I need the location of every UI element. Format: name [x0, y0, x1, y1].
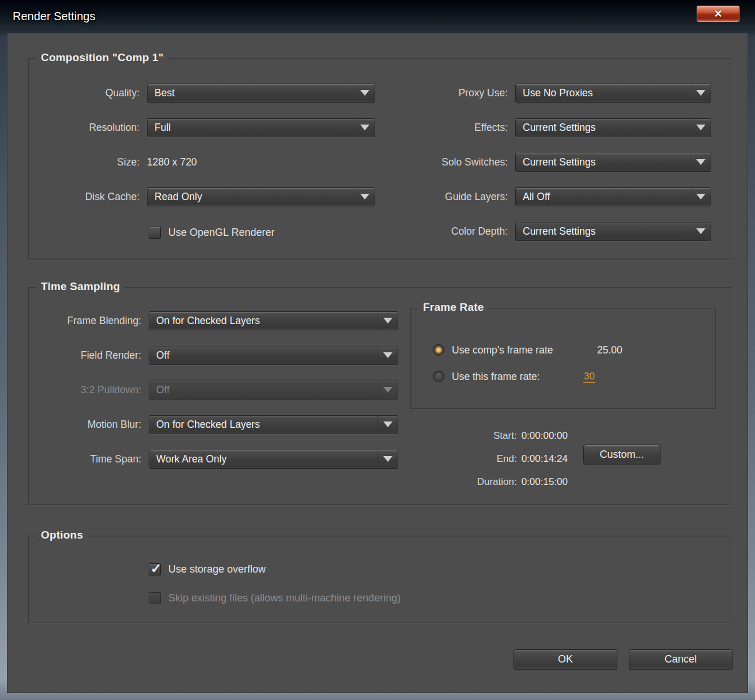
render-settings-window: Render Settings ✕ Composition "Comp 1" Q… [0, 0, 755, 700]
this-frame-rate-row: Use this frame rate: 30 [433, 367, 595, 386]
chevron-down-icon [377, 450, 398, 468]
start-row: Start: 0:00:00:00 [493, 426, 568, 446]
start-value: 0:00:00:00 [522, 430, 568, 442]
resolution-dropdown[interactable]: Full [147, 118, 375, 137]
ok-button-label: OK [558, 653, 573, 665]
disk-cache-label: Disk Cache: [29, 191, 147, 203]
chevron-down-icon [377, 381, 398, 399]
duration-label: Duration: [477, 476, 522, 488]
comp-frame-rate-value: 25.00 [597, 344, 622, 356]
dialog-body: Composition "Comp 1" Quality: Best Resol… [7, 33, 748, 693]
duration-value: 0:00:15:00 [522, 476, 568, 488]
frame-rate-group-title: Frame Rate [418, 301, 489, 314]
motion-blur-value: On for Checked Layers [149, 419, 377, 431]
frame-blending-dropdown[interactable]: On for Checked Layers [149, 311, 398, 330]
chevron-down-icon [690, 119, 711, 137]
effects-label: Effects: [377, 122, 515, 134]
end-value: 0:00:14:24 [522, 453, 568, 465]
start-label: Start: [493, 430, 522, 442]
guide-layers-row: Guide Layers: All Off [377, 187, 711, 206]
resolution-label: Resolution: [29, 122, 147, 134]
solo-switches-value: Current Settings [516, 156, 690, 168]
chevron-down-icon [354, 84, 375, 102]
color-depth-dropdown[interactable]: Current Settings [515, 222, 711, 241]
size-label: Size: [29, 156, 147, 168]
field-render-dropdown[interactable]: Off [149, 346, 398, 365]
field-render-label: Field Render: [29, 349, 149, 362]
motion-blur-label: Motion Blur: [29, 419, 149, 431]
field-render-row: Field Render: Off [29, 345, 398, 365]
this-frame-rate-value[interactable]: 30 [583, 371, 595, 383]
resolution-row: Resolution: Full [29, 118, 375, 137]
time-sampling-group-title: Time Sampling [36, 280, 125, 293]
use-comp-frame-rate-radio[interactable] [433, 344, 444, 356]
quality-dropdown[interactable]: Best [147, 84, 375, 103]
field-render-value: Off [149, 349, 377, 362]
solo-switches-row: Solo Switches: Current Settings [377, 152, 711, 172]
guide-layers-value: All Off [516, 191, 690, 203]
quality-row: Quality: Best [29, 83, 375, 103]
options-group-title: Options [36, 529, 88, 541]
disk-cache-row: Disk Cache: Read Only [29, 187, 375, 206]
disk-cache-dropdown[interactable]: Read Only [147, 187, 375, 206]
size-value: 1280 x 720 [147, 156, 197, 168]
chevron-down-icon [690, 153, 711, 171]
comp-frame-rate-row: Use comp's frame rate 25.00 [433, 340, 622, 360]
pulldown-row: 3:2 Pulldown: Off [29, 380, 398, 400]
storage-overflow-row: Use storage overflow [149, 559, 266, 579]
close-icon: ✕ [714, 7, 722, 20]
color-depth-value: Current Settings [516, 225, 690, 238]
time-span-row: Time Span: Work Area Only [29, 449, 398, 469]
titlebar[interactable]: Render Settings [0, 0, 755, 33]
frame-blending-row: Frame Blending: On for Checked Layers [29, 311, 398, 330]
use-comp-frame-rate-label: Use comp's frame rate [452, 344, 597, 356]
ok-button[interactable]: OK [514, 649, 617, 669]
custom-button-label: Custom... [599, 449, 644, 461]
frame-rate-group: Frame Rate Use comp's frame rate 25.00 U… [410, 308, 716, 409]
quality-label: Quality: [29, 87, 147, 99]
chevron-down-icon [377, 416, 398, 434]
quality-value: Best [148, 87, 354, 99]
time-span-value: Work Area Only [149, 453, 377, 465]
solo-switches-dropdown[interactable]: Current Settings [515, 153, 711, 172]
proxy-use-row: Proxy Use: Use No Proxies [377, 83, 711, 103]
guide-layers-dropdown[interactable]: All Off [515, 187, 711, 206]
chevron-down-icon [354, 119, 375, 137]
proxy-use-dropdown[interactable]: Use No Proxies [515, 84, 711, 103]
use-this-frame-rate-label: Use this frame rate: [452, 371, 583, 383]
use-opengl-checkbox[interactable] [149, 227, 161, 239]
use-opengl-label: Use OpenGL Renderer [168, 227, 274, 239]
use-storage-overflow-checkbox[interactable] [149, 563, 161, 575]
motion-blur-dropdown[interactable]: On for Checked Layers [149, 415, 398, 434]
chevron-down-icon [690, 223, 711, 240]
disk-cache-value: Read Only [148, 191, 354, 203]
effects-row: Effects: Current Settings [377, 118, 711, 137]
solo-switches-label: Solo Switches: [377, 156, 515, 168]
end-label: End: [497, 453, 522, 465]
cancel-button[interactable]: Cancel [629, 649, 733, 669]
chevron-down-icon [690, 84, 711, 102]
frame-blending-value: On for Checked Layers [149, 315, 377, 327]
close-button[interactable]: ✕ [696, 5, 740, 22]
guide-layers-label: Guide Layers: [377, 191, 515, 203]
pulldown-value: Off [149, 384, 377, 396]
skip-existing-files-checkbox [149, 592, 161, 604]
skip-existing-row: Skip existing files (allows multi-machin… [149, 588, 401, 608]
options-group: Options Use storage overflow Skip existi… [28, 536, 731, 623]
proxy-use-label: Proxy Use: [377, 87, 515, 99]
use-this-frame-rate-radio[interactable] [433, 371, 444, 382]
frame-blending-label: Frame Blending: [29, 315, 149, 327]
effects-value: Current Settings [516, 122, 690, 134]
end-row: End: 0:00:14:24 [497, 449, 568, 469]
proxy-use-value: Use No Proxies [516, 87, 690, 99]
time-span-label: Time Span: [29, 453, 149, 465]
use-storage-overflow-label: Use storage overflow [168, 563, 266, 575]
time-span-dropdown[interactable]: Work Area Only [149, 450, 398, 469]
pulldown-dropdown: Off [149, 381, 398, 400]
effects-dropdown[interactable]: Current Settings [515, 118, 711, 137]
chevron-down-icon [354, 188, 375, 206]
custom-button[interactable]: Custom... [583, 445, 660, 464]
window-title: Render Settings [13, 10, 95, 23]
composition-group-title: Composition "Comp 1" [36, 51, 169, 64]
duration-row: Duration: 0:00:15:00 [477, 472, 568, 492]
